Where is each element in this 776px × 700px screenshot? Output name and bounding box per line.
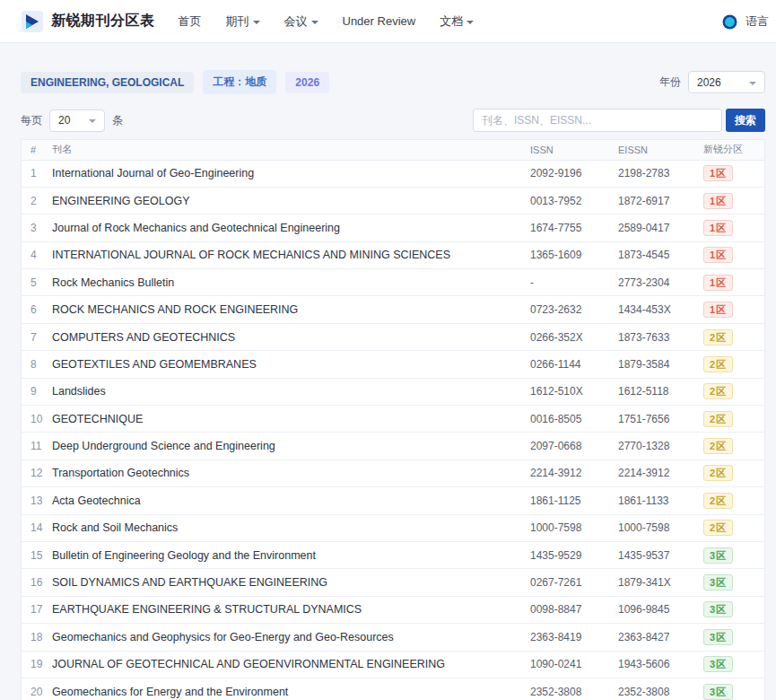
year-select[interactable]: 2026 [688, 71, 765, 93]
brand[interactable]: 新锐期刊分区表 [22, 11, 155, 32]
col-tier: 新锐分区 [703, 140, 764, 160]
nav-item-under-review[interactable]: Under Review [343, 14, 416, 28]
journal-eissn: 1000-7598 [618, 514, 703, 541]
col-eissn: EISSN [618, 140, 703, 160]
journal-issn: - [530, 269, 618, 296]
journal-name: International Journal of Geo-Engineering [52, 160, 530, 187]
row-index: 16 [22, 569, 52, 596]
table-row[interactable]: 13 Acta Geotechnica 1861-1125 1861-1133 … [22, 487, 764, 514]
journal-issn: 1861-1125 [530, 487, 618, 514]
journal-issn: 1000-7598 [530, 514, 618, 541]
table-row[interactable]: 3 Journal of Rock Mechanics and Geotechn… [22, 214, 764, 241]
category-tag-en[interactable]: ENGINEERING, GEOLOGICAL [21, 72, 194, 93]
table-row[interactable]: 15 Bulletin of Engineering Geology and t… [22, 541, 764, 568]
app-logo-icon [22, 11, 43, 32]
table-row[interactable]: 6 ROCK MECHANICS AND ROCK ENGINEERING 07… [22, 296, 764, 323]
nav-item-home[interactable]: 首页 [179, 13, 202, 30]
row-index: 15 [22, 541, 52, 568]
tier-badge: 2区 [703, 329, 733, 346]
journal-name: SOIL DYNAMICS AND EARTHQUAKE ENGINEERING [52, 569, 530, 596]
journal-issn: 2352-3808 [530, 678, 618, 700]
journal-table-body: 1 International Journal of Geo-Engineeri… [22, 160, 764, 700]
table-row[interactable]: 19 JOURNAL OF GEOTECHNICAL AND GEOENVIRO… [22, 651, 764, 678]
year-label: 年份 [659, 74, 681, 90]
table-row[interactable]: 18 Geomechanics and Geophysics for Geo-E… [22, 624, 764, 651]
journal-name: Rock and Soil Mechanics [52, 514, 530, 541]
main-content: ENGINEERING, GEOLOGICAL 工程：地质 2026 年份 20… [0, 43, 776, 700]
table-row[interactable]: 8 GEOTEXTILES AND GEOMEMBRANES 0266-1144… [22, 351, 764, 378]
filters-row: ENGINEERING, GEOLOGICAL 工程：地质 2026 年份 20… [21, 70, 765, 94]
table-row[interactable]: 1 International Journal of Geo-Engineeri… [22, 160, 764, 187]
journal-issn: 2363-8419 [530, 624, 618, 651]
table-row[interactable]: 9 Landslides 1612-510X 1612-5118 2区 [22, 378, 764, 405]
journal-issn: 2092-9196 [530, 160, 618, 187]
table-row[interactable]: 11 Deep Underground Science and Engineer… [22, 433, 764, 459]
journal-name: Acta Geotechnica [52, 487, 530, 514]
tier-badge: 3区 [703, 656, 733, 672]
journal-eissn: 2198-2783 [618, 160, 703, 187]
tier-badge: 3区 [703, 574, 733, 591]
chevron-down-icon [89, 119, 96, 123]
nav-item-journals[interactable]: 期刊 [226, 13, 260, 30]
tier-badge: 1区 [703, 193, 733, 209]
journal-issn: 0266-352X [530, 323, 618, 350]
nav-right: 语言 [722, 0, 769, 43]
row-index: 18 [22, 624, 52, 651]
journal-issn: 1674-7755 [530, 214, 618, 241]
year-tag[interactable]: 2026 [285, 72, 329, 93]
chevron-down-icon [253, 21, 260, 24]
search-input[interactable] [473, 109, 722, 132]
journal-eissn: 2770-1328 [618, 433, 703, 459]
journal-name: INTERNATIONAL JOURNAL OF ROCK MECHANICS … [52, 241, 530, 268]
journal-name: ROCK MECHANICS AND ROCK ENGINEERING [52, 296, 530, 323]
table-row[interactable]: 10 GEOTECHNIQUE 0016-8505 1751-7656 2区 [22, 406, 764, 433]
journal-name: Journal of Rock Mechanics and Geotechnic… [52, 214, 530, 241]
table-row[interactable]: 4 INTERNATIONAL JOURNAL OF ROCK MECHANIC… [22, 241, 764, 268]
table-row[interactable]: 5 Rock Mechanics Bulletin - 2773-2304 1区 [22, 269, 764, 296]
journal-eissn: 2363-8427 [618, 624, 703, 651]
tier-badge: 2区 [703, 465, 733, 481]
category-tag-zh[interactable]: 工程：地质 [203, 70, 276, 94]
tier-badge: 1区 [703, 220, 733, 236]
journal-eissn: 2214-3912 [618, 459, 703, 486]
journal-name: Bulletin of Engineering Geology and the … [52, 541, 530, 568]
journal-name: Transportation Geotechnics [52, 459, 530, 486]
table-row[interactable]: 12 Transportation Geotechnics 2214-3912 … [22, 459, 764, 486]
chevron-down-icon [466, 21, 474, 24]
journal-issn: 2214-3912 [530, 459, 618, 486]
nav-item-docs[interactable]: 文档 [440, 13, 474, 30]
table-row[interactable]: 7 COMPUTERS AND GEOTECHNICS 0266-352X 18… [22, 323, 764, 350]
table-row[interactable]: 17 EARTHQUAKE ENGINEERING & STRUCTURAL D… [22, 596, 764, 623]
nav-item-conferences[interactable]: 会议 [284, 13, 318, 30]
search-button[interactable]: 搜索 [726, 109, 765, 132]
top-navbar: 新锐期刊分区表 首页 期刊 会议 Under Review 文档 语言 [0, 0, 776, 43]
per-page-select[interactable]: 20 [49, 109, 105, 132]
journal-issn: 1365-1609 [530, 241, 618, 268]
tier-badge: 2区 [703, 411, 733, 427]
journal-name: COMPUTERS AND GEOTECHNICS [52, 323, 530, 350]
journal-name: Rock Mechanics Bulletin [52, 269, 530, 296]
journal-issn: 0016-8505 [530, 406, 618, 433]
table-row[interactable]: 14 Rock and Soil Mechanics 1000-7598 100… [22, 514, 764, 541]
per-page-suffix: 条 [112, 113, 123, 128]
journal-eissn: 1872-6917 [618, 187, 703, 214]
globe-icon[interactable] [722, 14, 737, 30]
table-row[interactable]: 2 ENGINEERING GEOLOGY 0013-7952 1872-691… [22, 187, 764, 214]
search-group: 搜索 [473, 109, 765, 132]
journal-name: Landslides [52, 378, 530, 405]
journal-eissn: 2773-2304 [618, 269, 703, 296]
journal-name: GEOTEXTILES AND GEOMEMBRANES [52, 351, 530, 378]
language-toggle[interactable]: 语言 [745, 13, 769, 30]
journal-eissn: 1434-453X [618, 296, 703, 323]
tier-badge: 2区 [703, 356, 733, 372]
tier-badge: 2区 [703, 520, 733, 536]
journal-name: Deep Underground Science and Engineering [52, 433, 530, 459]
tier-badge: 1区 [703, 247, 733, 263]
journal-issn: 1435-9529 [530, 541, 618, 568]
table-row[interactable]: 16 SOIL DYNAMICS AND EARTHQUAKE ENGINEER… [22, 569, 764, 596]
tier-badge: 3区 [703, 547, 733, 564]
table-row[interactable]: 20 Geomechanics for Energy and the Envir… [22, 678, 764, 700]
journal-issn: 0267-7261 [530, 569, 618, 596]
row-index: 9 [22, 378, 52, 405]
journal-table: # 刊名 ISSN EISSN 新锐分区 1 International Jou… [21, 139, 765, 700]
